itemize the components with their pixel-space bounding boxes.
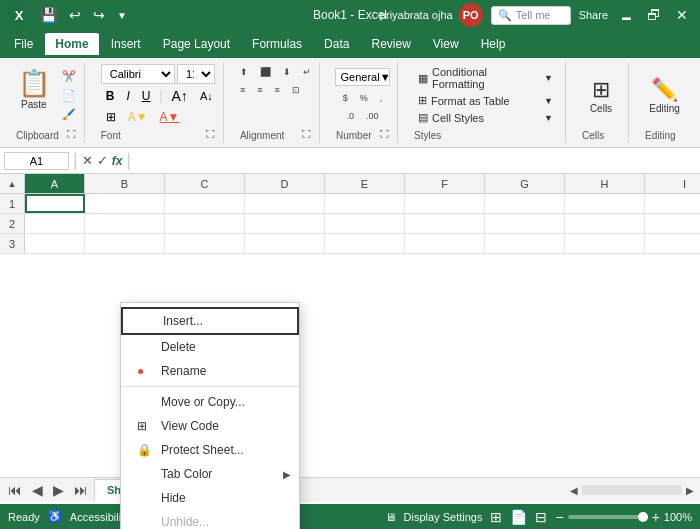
cell-I1[interactable]	[645, 194, 700, 213]
cell-G3[interactable]	[485, 234, 565, 253]
cell-F3[interactable]	[405, 234, 485, 253]
h-scrollbar[interactable]	[582, 485, 682, 495]
copy-button[interactable]: 📄	[58, 87, 80, 104]
col-header-A[interactable]: A	[25, 174, 85, 193]
col-header-D[interactable]: D	[245, 174, 325, 193]
percent-button[interactable]: %	[355, 90, 373, 106]
col-header-C[interactable]: C	[165, 174, 245, 193]
maximize-button[interactable]: 🗗	[644, 5, 664, 25]
top-align-button[interactable]: ⬆	[235, 64, 253, 80]
cells-button[interactable]: ⊞ Cells	[584, 73, 618, 118]
decrease-decimal-button[interactable]: .0	[341, 108, 359, 124]
underline-button[interactable]: U	[137, 87, 156, 105]
increase-font-button[interactable]: A↑	[167, 86, 193, 106]
cell-D2[interactable]	[245, 214, 325, 233]
col-header-G[interactable]: G	[485, 174, 565, 193]
col-header-B[interactable]: B	[85, 174, 165, 193]
menu-help[interactable]: Help	[471, 33, 516, 55]
alignment-expand-icon[interactable]: ⛶	[302, 129, 311, 139]
normal-view-btn[interactable]: ⊞	[490, 509, 502, 525]
cell-D1[interactable]	[245, 194, 325, 213]
cell-F1[interactable]	[405, 194, 485, 213]
cell-G1[interactable]	[485, 194, 565, 213]
cell-H2[interactable]	[565, 214, 645, 233]
cell-A1[interactable]	[25, 194, 85, 213]
paste-button[interactable]: 📋 Paste	[12, 64, 56, 114]
bold-button[interactable]: B	[101, 87, 120, 105]
cell-B3[interactable]	[85, 234, 165, 253]
cell-B1[interactable]	[85, 194, 165, 213]
user-avatar[interactable]: PO	[459, 3, 483, 27]
clipboard-expand-icon[interactable]: ⛶	[67, 129, 76, 139]
sheet-nav-first[interactable]: ⏮	[4, 480, 26, 500]
function-icon[interactable]: fx	[112, 154, 123, 168]
fill-color-button[interactable]: A▼	[123, 108, 153, 126]
center-align-button[interactable]: ≡	[252, 82, 267, 98]
page-layout-view-btn[interactable]: 📄	[510, 509, 527, 525]
bottom-align-button[interactable]: ⬇	[278, 64, 296, 80]
cell-A2[interactable]	[25, 214, 85, 233]
col-header-E[interactable]: E	[325, 174, 405, 193]
cell-H1[interactable]	[565, 194, 645, 213]
sheet-nav-next[interactable]: ▶	[49, 480, 68, 500]
cell-E2[interactable]	[325, 214, 405, 233]
menu-data[interactable]: Data	[314, 33, 359, 55]
cell-I2[interactable]	[645, 214, 700, 233]
italic-button[interactable]: I	[121, 87, 134, 105]
menu-home[interactable]: Home	[45, 33, 98, 55]
sheet-nav-prev[interactable]: ◀	[28, 480, 47, 500]
h-scroll-left[interactable]: ◀	[568, 485, 580, 496]
comma-button[interactable]: ,	[375, 90, 388, 106]
select-all-button[interactable]: ▲	[8, 179, 17, 189]
menu-file[interactable]: File	[4, 33, 43, 55]
borders-button[interactable]: ⊞	[101, 108, 121, 126]
col-header-I[interactable]: I	[645, 174, 700, 193]
menu-formulas[interactable]: Formulas	[242, 33, 312, 55]
col-header-H[interactable]: H	[565, 174, 645, 193]
redo-quick-btn[interactable]: ↪	[89, 5, 109, 25]
left-align-button[interactable]: ≡	[235, 82, 250, 98]
cell-G2[interactable]	[485, 214, 565, 233]
menu-view[interactable]: View	[423, 33, 469, 55]
font-expand-icon[interactable]: ⛶	[206, 129, 215, 139]
cell-D3[interactable]	[245, 234, 325, 253]
zoom-in-button[interactable]: +	[652, 509, 660, 525]
confirm-icon[interactable]: ✓	[97, 153, 108, 168]
minimize-button[interactable]: 🗕	[616, 5, 636, 25]
number-format-select[interactable]: General▼	[335, 68, 389, 86]
save-quick-btn[interactable]: 💾	[36, 5, 61, 25]
col-header-F[interactable]: F	[405, 174, 485, 193]
cell-C2[interactable]	[165, 214, 245, 233]
ctx-hide[interactable]: Hide	[121, 486, 299, 510]
editing-button[interactable]: ✏️ Editing	[643, 73, 686, 118]
ctx-tab-color[interactable]: Tab Color ▶	[121, 462, 299, 486]
format-painter-button[interactable]: 🖌️	[58, 106, 80, 123]
decrease-font-button[interactable]: A↓	[195, 88, 218, 104]
wrap-text-button[interactable]: ↵	[298, 64, 316, 80]
cut-button[interactable]: ✂️	[58, 68, 80, 85]
close-button[interactable]: ✕	[672, 5, 692, 25]
font-name-select[interactable]: Calibri	[101, 64, 175, 84]
right-align-button[interactable]: ≡	[269, 82, 284, 98]
formula-input[interactable]	[135, 154, 696, 168]
currency-button[interactable]: $	[338, 90, 353, 106]
ctx-rename[interactable]: ● Rename	[121, 359, 299, 383]
undo-quick-btn[interactable]: ↩	[65, 5, 85, 25]
cell-E1[interactable]	[325, 194, 405, 213]
menu-page-layout[interactable]: Page Layout	[153, 33, 240, 55]
sheet-nav-last[interactable]: ⏭	[70, 480, 92, 500]
cell-E3[interactable]	[325, 234, 405, 253]
share-button[interactable]: Share	[579, 9, 608, 21]
cell-B2[interactable]	[85, 214, 165, 233]
cancel-icon[interactable]: ✕	[82, 153, 93, 168]
number-expand-icon[interactable]: ⛶	[380, 129, 389, 139]
cell-I3[interactable]	[645, 234, 700, 253]
merge-button[interactable]: ⊡	[287, 82, 305, 98]
format-table-button[interactable]: ⊞ Format as Table ▼	[414, 93, 557, 108]
ctx-insert[interactable]: Insert...	[121, 307, 299, 335]
cell-styles-button[interactable]: ▤ Cell Styles ▼	[414, 110, 557, 125]
page-break-view-btn[interactable]: ⊟	[535, 509, 547, 525]
conditional-formatting-button[interactable]: ▦ Conditional Formatting ▼	[414, 65, 557, 91]
name-box[interactable]	[4, 152, 69, 170]
display-settings-icon[interactable]: 🖥	[385, 511, 396, 523]
